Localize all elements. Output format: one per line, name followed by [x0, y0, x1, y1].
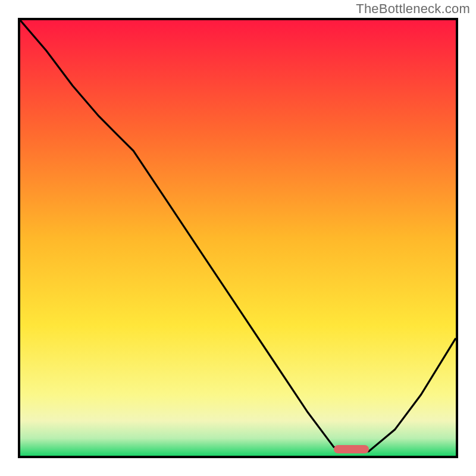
bottleneck-curve	[20, 20, 456, 456]
watermark-text: TheBottleneck.com	[356, 1, 470, 17]
chart-container: TheBottleneck.com	[0, 0, 476, 476]
target-marker	[334, 445, 369, 453]
plot-area	[18, 18, 458, 458]
